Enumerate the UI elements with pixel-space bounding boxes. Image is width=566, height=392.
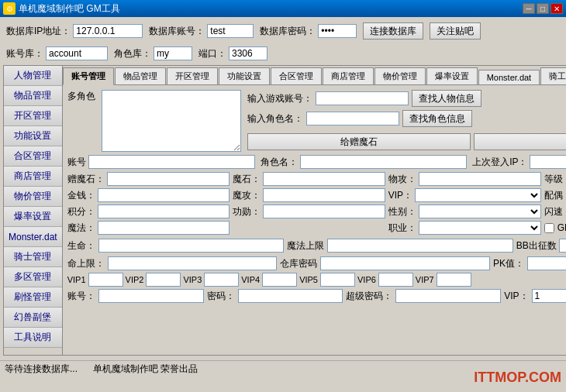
account-row: 账号库： 角色库： 端口： (3, 45, 563, 62)
flash-label: 闪速： (544, 205, 566, 218)
hp-input[interactable] (98, 239, 285, 253)
last-login-ip-input[interactable] (530, 155, 566, 169)
vip-inputs-section: VIP1 VIP2 VIP3 VIP4 VIP5 VIP6 (67, 273, 566, 348)
sidebar-item-openzone[interactable]: 开区管理 (4, 106, 62, 126)
game-account-input[interactable] (316, 91, 409, 105)
tab-items[interactable]: 物品管理 (115, 67, 166, 84)
bottom-account-input[interactable] (98, 289, 204, 303)
minimize-button[interactable]: ─ (523, 3, 535, 14)
gender-select[interactable] (419, 205, 541, 218)
gift-stone-input[interactable] (107, 172, 230, 186)
points-row: 积分： (67, 205, 230, 218)
magic-stone-input[interactable] (263, 172, 385, 186)
status-right-text: 单机魔域制作吧 荣誉出品 (93, 363, 198, 376)
mag-atk-label: 魔攻： (233, 189, 261, 202)
warehouse-pass-input[interactable] (320, 256, 490, 270)
tab-account-management[interactable]: 账号管理 (63, 67, 114, 85)
sidebar-item-items[interactable]: 物品管理 (4, 86, 62, 106)
gift-magic-stone2-button[interactable]: 给魔石 (474, 133, 566, 150)
magic-limit-input[interactable] (327, 239, 513, 253)
sidebar-item-phantom[interactable]: 幻兽副堡 (4, 308, 62, 328)
vip7-input[interactable] (437, 273, 471, 287)
sidebar-item-mergezone[interactable]: 合区管理 (4, 146, 62, 167)
flash-row: 闪速： (544, 205, 566, 218)
find-role-button[interactable]: 查找角色信息 (402, 110, 472, 127)
port-input[interactable] (229, 46, 267, 60)
super-password-input[interactable] (395, 289, 501, 303)
vip-select[interactable] (415, 188, 541, 202)
job-select[interactable] (419, 221, 541, 235)
db-password-label: 数据库密码： (260, 25, 316, 38)
bottom-account-label: 账号： (67, 290, 95, 303)
vip6-input[interactable] (378, 273, 413, 287)
sidebar-item-multizone[interactable]: 多区管理 (4, 267, 62, 287)
points-input[interactable] (98, 205, 230, 218)
hp-row: 生命： 魔法上限 BB出征数 确定修改人物信息 (67, 237, 566, 254)
watermark: ITTMOP.COM (474, 370, 561, 386)
achieve-input[interactable] (263, 205, 385, 218)
sidebar-item-character[interactable]: 人物管理 (4, 66, 62, 86)
tab-openzone[interactable]: 开区管理 (167, 67, 218, 84)
maximize-button[interactable]: □ (537, 3, 549, 14)
role-name-input[interactable] (306, 112, 399, 126)
tab-knight[interactable]: 骑工 (540, 67, 566, 84)
life-top-input[interactable] (108, 256, 278, 270)
tab-functions[interactable]: 功能设置 (219, 67, 270, 84)
tab-droprate[interactable]: 爆率设置 (426, 67, 478, 84)
phys-atk-input[interactable] (419, 172, 541, 186)
bottom-password-input[interactable] (238, 289, 343, 303)
sidebar-item-knight[interactable]: 骑士管理 (4, 247, 62, 267)
main-container: 数据库IP地址： 数据库账号： 数据库密码： 连接数据库 关注贴吧 账号库： 角… (0, 17, 566, 359)
stats-grid: 赠魔石： 魔石： 物攻： 等级： (67, 172, 566, 235)
vip4-input[interactable] (262, 273, 297, 287)
close-tieba-button[interactable]: 关注贴吧 (430, 22, 481, 40)
life-top-label: 命上限： (67, 257, 105, 270)
sidebar-item-shop[interactable]: 商店管理 (4, 167, 62, 187)
tab-shop[interactable]: 商店管理 (323, 67, 374, 84)
db-ip-input[interactable] (73, 24, 143, 38)
account-field-input[interactable] (88, 155, 255, 169)
sidebar-item-prices[interactable]: 物价管理 (4, 187, 62, 207)
sidebar-item-tools[interactable]: 工具说明 (4, 328, 62, 348)
title-bar: ⚙ 单机魔域制作吧 GM工具 ─ □ ✕ (0, 0, 566, 17)
account-lib-input[interactable] (46, 46, 108, 60)
role-name-field-input[interactable] (300, 155, 467, 169)
vip2-input[interactable] (146, 273, 181, 287)
vip3-input[interactable] (204, 273, 239, 287)
bb-select[interactable] (559, 239, 566, 253)
magic-input[interactable] (98, 221, 230, 235)
app-title: 单机魔域制作吧 GM工具 (19, 2, 120, 15)
sidebar-item-monster-dat[interactable]: Monster.dat (4, 227, 62, 247)
magic-stone-label: 魔石： (233, 173, 261, 186)
sidebar-item-spawn[interactable]: 刷怪管理 (4, 287, 62, 308)
db-password-input[interactable] (318, 24, 357, 38)
achieve-label: 功勋： (233, 205, 261, 218)
db-account-input[interactable] (207, 24, 254, 38)
connect-db-button[interactable]: 连接数据库 (363, 22, 423, 40)
pk-label: PK值： (493, 257, 524, 270)
hp-label: 生命： (67, 239, 95, 253)
gm-checkbox[interactable] (544, 223, 554, 233)
vip5-input[interactable] (320, 273, 355, 287)
tab-prices[interactable]: 物价管理 (374, 67, 426, 84)
db-account-group: 数据库账号： (149, 24, 254, 38)
multi-char-textarea[interactable] (102, 90, 241, 152)
tab-monster-dat[interactable]: Monster.dat (478, 70, 540, 84)
content-area: 人物管理 物品管理 开区管理 功能设置 合区管理 商店管理 物价管理 爆率设置 … (3, 65, 563, 356)
vip1-input[interactable] (88, 273, 123, 287)
role-name-label: 输入角色名： (247, 112, 303, 126)
sidebar-item-droprate[interactable]: 爆率设置 (4, 207, 62, 227)
pk-input[interactable] (527, 256, 566, 270)
bottom-vip-input[interactable] (532, 289, 566, 303)
checkbox-row: GM选择 封帖号 (544, 221, 566, 235)
role-lib-input[interactable] (154, 46, 192, 60)
close-button[interactable]: ✕ (550, 3, 563, 14)
mag-atk-input[interactable] (263, 188, 385, 202)
right-panel: 账号管理 物品管理 开区管理 功能设置 合区管理 商店管理 物价管理 爆率设置 … (62, 65, 566, 356)
sidebar-item-functions[interactable]: 功能设置 (4, 126, 62, 146)
tab-mergezone[interactable]: 合区管理 (271, 67, 322, 84)
account-field-label: 账号 (67, 156, 86, 169)
money-input[interactable] (98, 188, 230, 202)
gift-magic-stone-button[interactable]: 给赠魔石 (247, 133, 471, 150)
find-player-button[interactable]: 查找人物信息 (412, 90, 481, 107)
